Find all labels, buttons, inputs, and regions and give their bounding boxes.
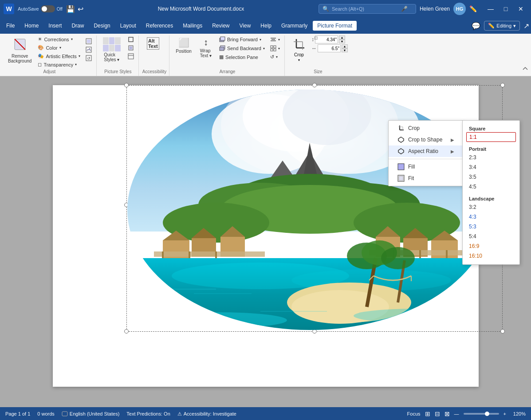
menu-references[interactable]: References	[142, 21, 177, 31]
aspect-3-2[interactable]: 3:2	[463, 202, 519, 212]
crop-arrow: ▾	[298, 58, 300, 62]
comments-icon[interactable]: 💬	[472, 22, 480, 30]
compress-pictures-button[interactable]	[84, 37, 94, 45]
mic-icon[interactable]: 🎤	[401, 6, 408, 12]
transparency-arrow: ▾	[75, 63, 77, 67]
pencil-icon: ✏️	[488, 23, 495, 29]
handle-top-left[interactable]	[124, 83, 129, 87]
artistic-effects-button[interactable]: 🎭 Artistic Effects ▾	[36, 52, 82, 60]
aspect-3-4[interactable]: 3:4	[463, 162, 519, 172]
zoom-slider[interactable]	[464, 413, 499, 415]
aspect-4-5[interactable]: 4:5	[463, 182, 519, 192]
picture-styles-expand[interactable]: ⊡	[314, 35, 318, 40]
color-label: Color	[46, 45, 57, 51]
handle-bottom-left[interactable]	[124, 329, 129, 334]
share-icon[interactable]: ↗	[523, 22, 529, 30]
menu-design[interactable]: Design	[89, 21, 114, 31]
position-button[interactable]: ⬜ Position	[173, 35, 194, 55]
handle-top-center[interactable]	[312, 83, 317, 87]
remove-background-button[interactable]: RemoveBackground	[5, 35, 34, 65]
view-normal[interactable]: ⊞	[425, 410, 430, 417]
menu-review[interactable]: Review	[208, 21, 234, 31]
crop-menu-crop[interactable]: Crop	[389, 122, 463, 134]
group-button[interactable]: ▾	[268, 44, 282, 52]
crop-menu-fit[interactable]: Fit	[389, 173, 463, 184]
crop-menu-fill[interactable]: Fill	[389, 161, 463, 173]
aspect-2-3[interactable]: 2:3	[463, 153, 519, 162]
editing-dropdown[interactable]: ✏️ Editing ▾	[484, 21, 520, 31]
aspect-5-4[interactable]: 5:4	[463, 232, 519, 241]
crop-menu-aspect-label: Aspect Ratio	[408, 148, 438, 154]
menu-home[interactable]: Home	[20, 21, 43, 31]
crop-menu-fit-label: Fit	[408, 175, 414, 181]
search-box[interactable]: 🔍 🎤	[319, 4, 416, 14]
menu-help[interactable]: Help	[256, 21, 276, 31]
search-input[interactable]	[332, 6, 398, 12]
color-button[interactable]: 🎨 Color ▾	[36, 44, 82, 51]
width-input[interactable]	[318, 44, 341, 52]
picture-border-button[interactable]	[126, 35, 136, 43]
change-picture-button[interactable]	[84, 46, 94, 54]
width-up[interactable]: ▲	[342, 44, 348, 48]
menu-view[interactable]: View	[235, 21, 256, 31]
send-backward-button[interactable]: Send Backward ▾	[217, 44, 267, 52]
autosave-toggle[interactable]	[41, 5, 55, 12]
autosave-area: AutoSave Off	[18, 5, 63, 12]
selection-pane-button[interactable]: ▦ Selection Pane	[217, 53, 267, 61]
pen-icon[interactable]: ✏️	[469, 5, 477, 12]
aspect-16-9[interactable]: 16:9	[463, 241, 519, 251]
accessibility-status[interactable]: ⚠ Accessibility: Investigate	[177, 411, 236, 417]
menu-grammarly[interactable]: Grammarly	[277, 21, 312, 31]
align-button[interactable]: ▾	[268, 35, 282, 43]
height-down[interactable]: ▼	[339, 39, 345, 43]
ribbon-collapse[interactable]	[522, 66, 528, 73]
minimize-button[interactable]: —	[484, 4, 497, 13]
rotate-button[interactable]: ↺ ▾	[268, 53, 282, 61]
aspect-1-1[interactable]: 1:1	[466, 132, 516, 142]
wrap-text-button[interactable]: ↕ WrapText ▾	[196, 35, 216, 60]
transparency-button[interactable]: ◻ Transparency ▾	[36, 61, 82, 68]
corrections-button[interactable]: ☀ Corrections ▾	[36, 35, 82, 43]
height-input[interactable]	[315, 35, 338, 43]
crop-menu-to-shape[interactable]: Crop to Shape ▶	[389, 134, 463, 145]
reset-picture-button[interactable]: ↺	[84, 54, 94, 62]
maximize-button[interactable]: □	[499, 4, 512, 13]
aspect-4-3[interactable]: 4:3	[463, 212, 519, 222]
save-icon[interactable]: 💾	[66, 5, 75, 13]
width-down[interactable]: ▼	[342, 48, 348, 52]
menu-mailings[interactable]: Mailings	[178, 21, 207, 31]
picture-effects-button[interactable]	[126, 44, 136, 52]
close-button[interactable]: ✕	[514, 4, 527, 13]
zoom-plus[interactable]: +	[503, 411, 506, 416]
user-name: Helen Green	[420, 6, 450, 12]
language-spell[interactable]: English (United States)	[62, 411, 120, 417]
view-read[interactable]: ⊠	[444, 410, 450, 417]
aspect-5-3[interactable]: 5:3	[463, 222, 519, 232]
crop-menu-aspect-ratio[interactable]: Aspect Ratio ▶	[389, 145, 463, 157]
menu-file[interactable]: File	[2, 21, 19, 31]
menu-picture-format[interactable]: Picture Format	[313, 21, 357, 31]
svg-rect-36	[399, 176, 403, 181]
bring-forward-button[interactable]: Bring Forward ▾	[217, 35, 267, 43]
menu-draw[interactable]: Draw	[67, 21, 88, 31]
user-avatar[interactable]: HG	[453, 3, 466, 15]
quick-styles-button[interactable]: QuickStyles ▾	[100, 35, 123, 64]
handle-top-right[interactable]	[500, 83, 505, 87]
svg-point-81	[381, 247, 415, 269]
alt-text-button[interactable]: AltText	[142, 35, 164, 51]
crop-button[interactable]: Crop ▾	[288, 35, 310, 64]
view-web[interactable]: ⊟	[435, 410, 440, 417]
menu-layout[interactable]: Layout	[116, 21, 141, 31]
picture-layout-button[interactable]	[126, 52, 136, 60]
menu-insert[interactable]: Insert	[44, 21, 66, 31]
focus-label[interactable]: Focus	[407, 411, 421, 416]
undo-icon[interactable]: ↩	[78, 5, 83, 13]
aspect-3-5[interactable]: 3:5	[463, 172, 519, 182]
aspect-ratio-submenu: Square 1:1 Portrait 2:3 3:4 3:5 4:5 Land…	[462, 120, 520, 265]
handle-bottom-right[interactable]	[500, 329, 505, 334]
aspect-16-10[interactable]: 16:10	[463, 251, 519, 261]
zoom-minus[interactable]: —	[454, 411, 459, 416]
height-up[interactable]: ▲	[339, 35, 345, 39]
statusbar: Page 1 of 1 0 words English (United Stat…	[0, 407, 531, 420]
zoom-level[interactable]: 120%	[511, 411, 526, 416]
